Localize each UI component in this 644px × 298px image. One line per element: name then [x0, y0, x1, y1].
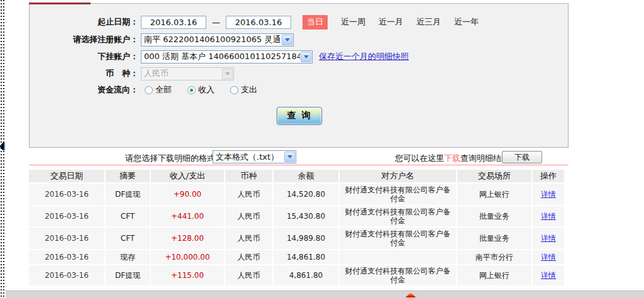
alert-arrow-icon: [406, 292, 416, 297]
table-row: 2016-03-16 CFT +441.00 人民币 15,430.80 财付通…: [29, 206, 564, 226]
table-row: 2016-03-16 CFT +128.00 人民币 14,989.80 财付通…: [29, 228, 564, 249]
col-header-venue: 交易场所: [457, 170, 531, 182]
radio-icon: [230, 86, 238, 94]
cell-venue: 网上银行: [457, 184, 531, 205]
cell-date: 2016-03-16: [29, 228, 104, 249]
range-week-link[interactable]: 近一周: [341, 16, 365, 28]
cell-amount: +115.00: [151, 265, 224, 285]
col-header-summary: 摘要: [106, 170, 150, 182]
separator-line: [29, 165, 569, 165]
transactions-table: 交易日期 摘要 收入/支出 币种 余额 对方户名 交易场所 操作 2016-03…: [29, 170, 564, 287]
range-month-link[interactable]: 近一月: [379, 16, 403, 28]
cell-date: 2016-03-16: [29, 206, 104, 226]
detail-link[interactable]: 详情: [541, 212, 556, 221]
download-inline-link[interactable]: 下载: [444, 153, 460, 163]
cell-currency: 人民币: [225, 228, 272, 249]
cell-balance: 15,430.80: [274, 206, 338, 226]
col-header-balance: 余额: [274, 170, 338, 182]
direction-expense-label: 支出: [241, 84, 257, 96]
end-date-input[interactable]: [226, 16, 291, 29]
cell-amount: +10,000.00: [151, 250, 224, 264]
radio-icon: [145, 86, 153, 94]
loading-accent-bar: [29, 3, 91, 4]
chevron-down-icon: [284, 152, 295, 162]
registered-account-value: 南平 6222001406100921065 灵通卡: [142, 34, 281, 45]
col-header-currency: 币种: [225, 170, 272, 182]
detail-link[interactable]: 详情: [541, 190, 556, 199]
bottom-status-bar: [6, 290, 644, 298]
col-header-amount: 收入/支出: [151, 170, 224, 182]
date-range-label: 起止日期：: [29, 16, 138, 28]
detail-link[interactable]: 详情: [541, 253, 556, 262]
download-format-value: 文本格式（.txt）: [213, 152, 281, 163]
fund-direction-label: 资金流向：: [29, 84, 138, 96]
radio-checked-icon: [187, 86, 196, 94]
download-hint-prefix: 您可以在这里: [395, 153, 444, 163]
cell-amount: +90.00: [151, 184, 224, 205]
download-format-select[interactable]: 文本格式（.txt）: [213, 150, 296, 163]
col-header-action: 操作: [533, 170, 564, 182]
detail-link[interactable]: 详情: [541, 271, 556, 280]
cell-action: 详情: [533, 206, 564, 226]
cell-counterparty: [340, 250, 456, 264]
registered-account-label: 请选择注册账户：: [29, 34, 138, 45]
direction-income-label: 收入: [198, 84, 214, 96]
range-today-badge[interactable]: 当日: [303, 15, 328, 30]
download-button[interactable]: 下载: [502, 151, 542, 163]
sub-account-value: 000 活期 基本户 1406600101102571848: [142, 51, 300, 62]
direction-income-radio[interactable]: 收入: [187, 84, 214, 96]
cell-counterparty: 财付通支付科技有限公司客户备付金: [340, 184, 456, 205]
cell-summary: CFT: [106, 228, 150, 249]
cell-summary: DF提现: [106, 184, 150, 205]
cell-summary: DF提现: [106, 265, 150, 285]
cell-date: 2016-03-16: [29, 184, 104, 205]
chevron-down-icon: [282, 35, 292, 45]
cell-summary: CFT: [106, 206, 150, 226]
currency-select: 人民币: [141, 67, 234, 80]
col-header-counterparty: 对方户名: [340, 170, 456, 182]
currency-label: 币 种：: [29, 68, 138, 79]
fund-direction-row: 资金流向： 全部 收入 支出: [29, 83, 257, 97]
cell-action: 详情: [533, 250, 564, 264]
chevron-down-icon: [222, 69, 233, 79]
cell-venue: 网上银行: [457, 265, 531, 285]
start-date-input[interactable]: [141, 16, 206, 29]
table-header-row: 交易日期 摘要 收入/支出 币种 余额 对方户名 交易场所 操作: [29, 170, 564, 182]
table-row: 2016-03-16 DF提现 +90.00 人民币 14,520.80 财付通…: [29, 184, 564, 205]
table-row: 2016-03-16 现存 +10,000.00 人民币 14,861.80 南…: [29, 250, 564, 264]
col-header-date: 交易日期: [29, 170, 104, 182]
cell-currency: 人民币: [225, 250, 272, 264]
query-button[interactable]: 查 询: [277, 107, 322, 124]
cell-counterparty: 财付通支付科技有限公司客户备付金: [340, 265, 456, 285]
page: 起止日期： — 当日 近一周 近一月 近三月 近一年 请选择注册账户： 南平 6…: [0, 0, 644, 298]
date-range-row: 起止日期： — 当日 近一周 近一月 近三月 近一年: [29, 15, 479, 29]
cell-currency: 人民币: [225, 265, 272, 285]
table-row: 2016-03-16 DF提现 +115.00 人民币 4,861.80 财付通…: [29, 265, 564, 285]
direction-expense-radio[interactable]: 支出: [230, 84, 257, 96]
date-dash: —: [212, 18, 220, 27]
sub-account-row: 下挂账户： 000 活期 基本户 1406600101102571848 保存近…: [29, 50, 409, 63]
direction-all-label: 全部: [155, 84, 172, 96]
cell-balance: 14,520.80: [274, 184, 338, 205]
cell-amount: +441.00: [151, 206, 224, 226]
download-format-label: 请您选择下载明细的格式: [125, 153, 215, 164]
cell-action: 详情: [533, 228, 564, 249]
dotted-texture: [1, 0, 2, 298]
range-year-link[interactable]: 近一年: [454, 16, 479, 28]
range-quarter-link[interactable]: 近三月: [416, 16, 441, 28]
registered-account-row: 请选择注册账户： 南平 6222001406100921065 灵通卡: [29, 33, 294, 47]
direction-all-radio[interactable]: 全部: [145, 84, 172, 96]
currency-value: 人民币: [142, 68, 171, 79]
detail-link[interactable]: 详情: [541, 234, 556, 243]
save-snapshot-link[interactable]: 保存近一个月的明细快照: [319, 51, 409, 62]
registered-account-select[interactable]: 南平 6222001406100921065 灵通卡: [141, 33, 294, 47]
cell-venue: 批量业务: [457, 228, 531, 249]
cell-currency: 人民币: [225, 206, 272, 226]
sub-account-select[interactable]: 000 活期 基本户 1406600101102571848: [141, 50, 313, 63]
cell-counterparty: 财付通支付科技有限公司客户备付金: [340, 206, 456, 226]
cell-venue: 南平市分行: [457, 250, 531, 264]
cell-balance: 14,861.80: [274, 250, 338, 264]
cell-summary: 现存: [106, 250, 150, 264]
cell-action: 详情: [533, 184, 564, 205]
cell-venue: 批量业务: [457, 206, 531, 226]
